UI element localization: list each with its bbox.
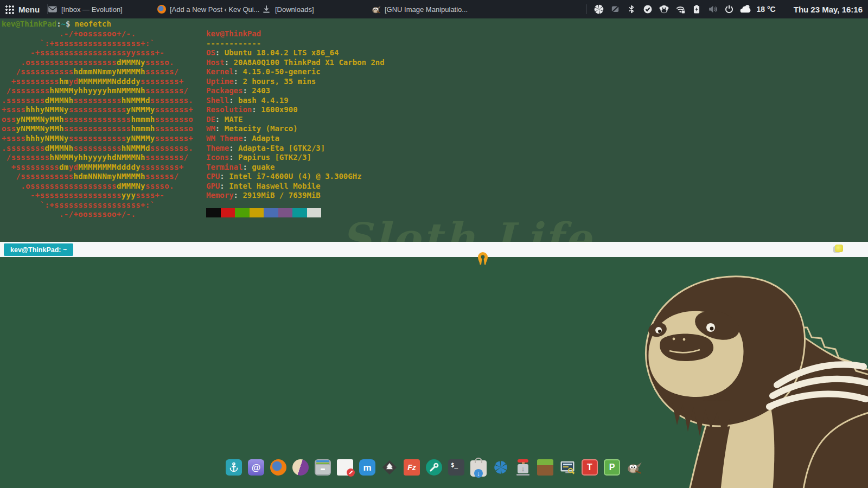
wifi-lock-icon[interactable] (674, 3, 687, 16)
dock-item-file-archive[interactable] (315, 459, 331, 477)
top-panel: Menu [Inbox — Evolution] [Add a New Post… (0, 0, 868, 18)
battery-icon[interactable] (691, 3, 703, 16)
page-pencil-icon (337, 459, 353, 476)
mastodon-icon: m (359, 459, 375, 476)
wallpaper-script-text: Sloth Life (341, 214, 593, 242)
check-circle-icon[interactable] (642, 3, 654, 16)
drawer-icon (315, 459, 331, 476)
palette-swatch-1 (221, 208, 235, 217)
dock-item-minecraft[interactable] (537, 459, 553, 477)
neofetch-info: kev@ThinkPad------------OS: Ubuntu 18.04… (206, 29, 385, 201)
tray-icons (593, 3, 752, 16)
menu-grid-icon (5, 5, 14, 14)
guake-terminal[interactable]: Sloth Life kev@ThinkPad:~$neofetch .-/+o… (0, 18, 868, 242)
prompt-command: neofetch (74, 20, 111, 28)
dock-item-gimp[interactable] (626, 459, 642, 477)
menu-label: Menu (18, 5, 40, 14)
terminal-color-palette (206, 208, 321, 217)
mail-at-icon: @ (248, 459, 264, 476)
palette-swatch-4 (264, 208, 278, 217)
window-firefox[interactable]: [Add a New Post ‹ Kev Qui... (157, 0, 259, 18)
window-gimp[interactable]: [GNU Image Manipulatio... (371, 0, 468, 18)
sun-cloud-icon[interactable] (739, 3, 752, 16)
prompt-colon: : (56, 20, 61, 28)
dock-item-inkscape[interactable] (381, 459, 398, 477)
palette-swatch-5 (278, 208, 293, 217)
dock-item-passwords-keys[interactable] (559, 459, 576, 477)
gear-wrench-icon (426, 459, 442, 476)
palette-swatch-0 (206, 208, 221, 217)
neofetch-ascii-logo: .-/+oossssoo+/-. `:+ssssssssssssssssss+:… (2, 29, 193, 220)
dock-item-terminal-app[interactable]: $_ (448, 459, 464, 477)
download-icon (261, 4, 271, 14)
guake-tab[interactable]: kev@ThinkPad: ~ (4, 243, 73, 256)
panel-separator (586, 4, 587, 14)
tab-menu-icon[interactable] (835, 245, 843, 252)
clock[interactable]: Thu 23 May, 16:16 (794, 5, 863, 14)
dock-item-plank-dock[interactable] (226, 459, 242, 477)
dock-item-mastodon[interactable]: m (359, 459, 375, 477)
dock-item-archive-manager[interactable]: ↓ (515, 459, 531, 477)
prompt-dollar: $ (66, 20, 70, 28)
dock-item-p-app[interactable]: P (604, 459, 620, 477)
bluetooth-icon[interactable] (626, 3, 638, 16)
anchor-icon (226, 459, 242, 476)
palette-swatch-6 (292, 208, 307, 217)
dock-item-software-store[interactable]: ↓ (470, 459, 487, 477)
power-icon[interactable] (723, 3, 736, 16)
dock-item-filezilla[interactable]: Fz (404, 459, 420, 477)
guake-tabbar: kev@ThinkPad: ~ (0, 242, 868, 257)
moon-circle-icon (292, 459, 309, 476)
window-title: [GNU Image Manipulatio... (385, 5, 468, 14)
screen-key-icon (559, 459, 576, 476)
bag-download-icon: ↓ (470, 460, 487, 477)
terminal-prompt-icon: $_ (448, 459, 464, 476)
panel-tray: 18 °C Thu 23 May, 16:16 (584, 0, 868, 18)
firefox-icon (157, 5, 166, 14)
window-downloads[interactable]: [Downloads] (261, 0, 314, 18)
menu-button[interactable]: Menu (0, 0, 45, 18)
grass-block-icon (537, 459, 553, 476)
firefox-globe-icon (270, 459, 286, 476)
dock-item-control-center[interactable] (426, 459, 442, 477)
dock-item-shutter[interactable] (493, 459, 509, 477)
dock-item-evolution-mail[interactable]: @ (248, 459, 264, 477)
guake-tab-label: kev@ThinkPad: ~ (10, 246, 67, 254)
dock-item-text-editor[interactable] (337, 459, 353, 477)
dock: @mFz$_↓↓TP (0, 459, 868, 477)
shutter-blue-icon (493, 459, 509, 476)
p-letter-icon: P (604, 459, 620, 476)
speaker-icon[interactable] (707, 3, 719, 16)
dock-item-firefox[interactable] (270, 459, 286, 477)
dock-item-t-app[interactable]: T (582, 459, 598, 477)
palette-swatch-7 (307, 208, 322, 217)
temperature-label: 18 °C (757, 5, 776, 14)
window-evolution[interactable]: [Inbox — Evolution] (48, 0, 123, 18)
shutter-icon[interactable] (593, 3, 605, 16)
mail-icon (48, 4, 58, 14)
sloth-wallpaper-illustration (624, 259, 868, 488)
window-title: [Inbox — Evolution] (61, 5, 123, 14)
palette-swatch-3 (250, 208, 264, 217)
t-letter-icon: T (582, 459, 598, 476)
shell-prompt: kev@ThinkPad:~$neofetch (2, 20, 111, 28)
palette-swatch-2 (235, 208, 250, 217)
slashed-screen-icon[interactable] (609, 3, 622, 16)
wilber-icon (626, 459, 642, 476)
prompt-user-host: kev@ThinkPad (2, 20, 56, 28)
mountain-diamond-icon (381, 459, 398, 476)
fz-icon: Fz (404, 459, 420, 476)
keyhole-ornament (477, 252, 489, 266)
window-title: [Downloads] (275, 5, 314, 14)
prompt-path: ~ (61, 20, 66, 28)
dock-item-moon-app[interactable] (292, 459, 309, 477)
press-icon: ↓ (515, 459, 531, 476)
gimp-icon (371, 4, 381, 14)
monkey-icon[interactable] (658, 3, 671, 16)
window-title: [Add a New Post ‹ Kev Qui... (170, 5, 259, 14)
